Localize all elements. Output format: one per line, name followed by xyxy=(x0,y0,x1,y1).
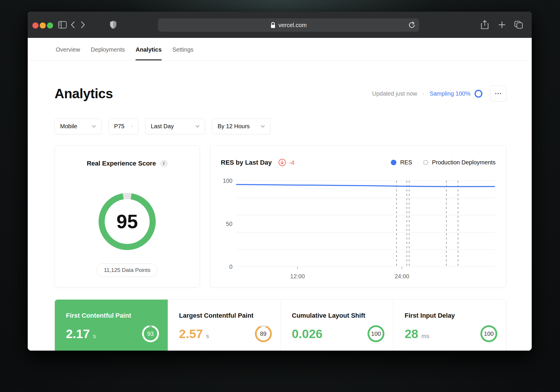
metric-unit: s xyxy=(206,333,209,340)
res-score-gauge: 95 xyxy=(99,193,156,250)
meta-separator: · xyxy=(422,90,424,97)
metric-card-cls[interactable]: Cumulative Layout Shift 0.026 100 xyxy=(281,300,393,351)
metric-card-fid[interactable]: First Input Delay 28 ms 100 xyxy=(393,300,506,351)
tab-deployments[interactable]: Deployments xyxy=(91,40,125,60)
metric-title: First Contentful Paint xyxy=(66,312,168,319)
metric-unit: s xyxy=(93,333,96,340)
page-title: Analytics xyxy=(55,86,113,101)
share-icon[interactable] xyxy=(481,20,489,29)
svg-text:100: 100 xyxy=(223,178,232,184)
metric-title: Largest Contentful Paint xyxy=(179,312,281,319)
browser-titlebar: vercel.com xyxy=(28,12,532,38)
metric-score-ring: 100 xyxy=(368,325,384,342)
url-text: vercel.com xyxy=(279,22,307,29)
device-filter-value: Mobile xyxy=(60,123,77,130)
svg-text:0: 0 xyxy=(229,263,232,270)
project-tabbar: Overview Deployments Analytics Settings xyxy=(28,38,532,61)
url-bar[interactable]: vercel.com xyxy=(158,18,419,32)
metric-card-lcp[interactable]: Largest Contentful Paint 2.57 s 89 xyxy=(168,300,281,351)
tab-overview-icon[interactable] xyxy=(514,21,523,29)
page-header: Analytics Updated just now · Sampling 10… xyxy=(55,86,506,101)
chart-legend: RES Production Deployments xyxy=(391,159,496,166)
page-body: Overview Deployments Analytics Settings … xyxy=(28,38,532,351)
res-score-value: 95 xyxy=(105,199,150,244)
interval-filter-value: By 12 Hours xyxy=(218,123,250,130)
metric-value: 28 xyxy=(405,327,418,341)
legend-deployments-icon xyxy=(423,160,428,165)
svg-text:12:00: 12:00 xyxy=(290,273,305,280)
tab-analytics[interactable]: Analytics xyxy=(136,40,162,60)
chevron-down-icon xyxy=(261,125,265,128)
chevron-down-icon xyxy=(195,125,200,128)
zoom-window-button[interactable] xyxy=(47,22,53,29)
chevron-down-icon xyxy=(131,125,133,128)
back-icon[interactable] xyxy=(71,21,75,29)
metric-score: 93 xyxy=(144,327,157,340)
metric-score: 100 xyxy=(482,327,496,340)
device-filter-dropdown[interactable]: Mobile xyxy=(55,118,102,134)
metric-score-ring: 93 xyxy=(142,325,159,342)
res-chart-card: RES by Last Day -4 xyxy=(210,145,506,287)
tab-settings[interactable]: Settings xyxy=(172,40,193,60)
tab-overview[interactable]: Overview xyxy=(56,40,80,60)
res-card-title: Real Experience Score xyxy=(87,160,156,167)
arrow-down-circle-icon xyxy=(278,159,286,166)
percentile-filter-dropdown[interactable]: P75 xyxy=(108,118,138,134)
legend-res-dot-icon xyxy=(391,160,396,165)
real-experience-score-card: Real Experience Score i 95 11,125 Data P… xyxy=(55,145,200,287)
new-tab-icon[interactable] xyxy=(498,21,506,29)
lock-icon xyxy=(271,22,275,28)
range-filter-value: Last Day xyxy=(151,123,174,130)
web-vitals-row: First Contentful Paint 2.17 s 93 Largest… xyxy=(55,299,506,351)
metric-title: Cumulative Layout Shift xyxy=(292,312,393,319)
metric-score-ring: 100 xyxy=(480,325,497,342)
more-options-button[interactable] xyxy=(490,86,506,101)
svg-text:50: 50 xyxy=(226,221,232,227)
reload-icon[interactable] xyxy=(407,21,416,29)
metric-title: First Input Delay xyxy=(405,312,506,319)
legend-res-label: RES xyxy=(400,159,412,166)
filter-row: Mobile P75 Last Day By 12 Hours xyxy=(55,118,506,134)
res-delta-value: -4 xyxy=(289,159,295,166)
minimize-window-button[interactable] xyxy=(40,22,46,29)
res-line-chart: 10050012:0024:00 xyxy=(215,178,495,286)
metric-score: 89 xyxy=(257,327,270,340)
metric-value: 0.026 xyxy=(292,327,323,341)
metric-score: 100 xyxy=(369,327,383,340)
svg-text:24:00: 24:00 xyxy=(395,273,409,280)
sampling-link[interactable]: Sampling 100% xyxy=(430,90,482,98)
chart-title: RES by Last Day xyxy=(221,159,272,166)
info-icon[interactable]: i xyxy=(160,160,168,167)
metric-value: 2.17 xyxy=(66,327,90,341)
shield-icon[interactable] xyxy=(109,20,117,29)
metric-score-ring: 89 xyxy=(255,325,272,342)
percentile-filter-value: P75 xyxy=(114,123,125,130)
sampling-label: Sampling 100% xyxy=(430,90,470,97)
metric-value: 2.57 xyxy=(179,327,203,341)
sampling-ring-icon xyxy=(475,90,482,98)
updated-status: Updated just now xyxy=(372,90,417,97)
metric-card-fcp[interactable]: First Contentful Paint 2.17 s 93 xyxy=(55,300,168,351)
legend-deployments-label: Production Deployments xyxy=(432,159,496,166)
interval-filter-dropdown[interactable]: By 12 Hours xyxy=(212,118,270,134)
chevron-down-icon xyxy=(92,125,96,128)
more-icon xyxy=(495,93,496,94)
res-delta: -4 xyxy=(278,159,295,166)
forward-icon[interactable] xyxy=(80,21,85,29)
sidebar-toggle-icon[interactable] xyxy=(58,21,67,29)
range-filter-dropdown[interactable]: Last Day xyxy=(145,118,205,134)
metric-unit: ms xyxy=(421,333,429,340)
close-window-button[interactable] xyxy=(32,22,38,29)
data-points-badge: 11,125 Data Points xyxy=(97,263,158,277)
browser-window: vercel.com Overview Deployments Analytic… xyxy=(28,12,532,351)
